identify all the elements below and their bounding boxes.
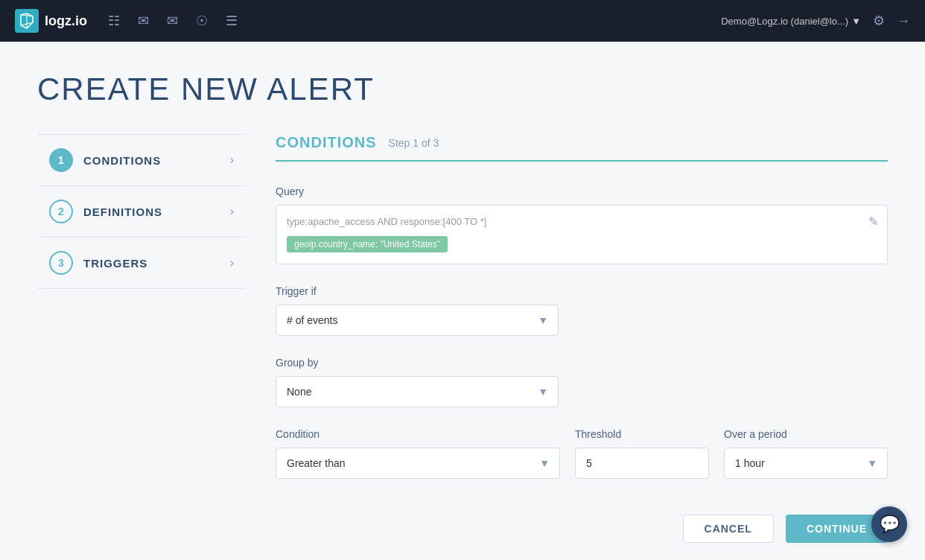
condition-label: Condition xyxy=(276,428,560,440)
step-circle-1: 1 xyxy=(49,148,73,172)
query-box: type:apache_access AND response:[400 TO … xyxy=(276,205,888,264)
step-item-triggers[interactable]: 3 TRIGGERS › xyxy=(37,238,246,289)
period-label: Over a period xyxy=(724,428,888,440)
query-label: Query xyxy=(276,185,888,197)
nav-right: Demo@Logz.io (daniel@lo...) ▼ ⚙ → xyxy=(721,13,910,29)
user-label: Demo@Logz.io (daniel@lo...) xyxy=(721,16,848,27)
period-select[interactable]: 5 minutes 10 minutes 30 minutes 1 hour 2… xyxy=(724,448,888,479)
period-col: Over a period 5 minutes 10 minutes 30 mi… xyxy=(724,428,888,479)
user-chevron-icon: ▼ xyxy=(851,16,861,27)
bottom-row: Condition Greater than Less than Equal t… xyxy=(276,428,888,479)
condition-wrapper: Greater than Less than Equal to Not equa… xyxy=(276,448,560,479)
step-info: Step 1 of 3 xyxy=(389,137,439,149)
group-by-label: Group by xyxy=(276,357,888,369)
nav-left: logz.io ☷ ✉ ✉ ☉ ☰ xyxy=(15,9,238,33)
step-circle-3: 3 xyxy=(49,251,73,275)
period-wrapper: 5 minutes 10 minutes 30 minutes 1 hour 2… xyxy=(724,448,888,479)
cancel-button[interactable]: CANCEL xyxy=(683,515,774,543)
send-icon[interactable]: ✉ xyxy=(138,13,149,29)
step-number-2: 2 xyxy=(58,206,64,217)
query-section: Query type:apache_access AND response:[4… xyxy=(276,185,888,264)
conditions-header: CONDITIONS Step 1 of 3 xyxy=(276,134,888,162)
group-by-wrapper: None type host status ▼ xyxy=(276,376,559,407)
threshold-col: Threshold xyxy=(575,428,709,479)
step-chevron-1-icon: › xyxy=(230,153,234,167)
condition-col: Condition Greater than Less than Equal t… xyxy=(276,428,560,479)
conditions-section-title: CONDITIONS xyxy=(276,134,377,151)
step-left-2: 2 DEFINITIONS xyxy=(49,200,162,223)
alerts-icon[interactable]: ✉ xyxy=(167,13,178,29)
eye-icon[interactable]: ☉ xyxy=(196,13,208,29)
step-label-definitions: DEFINITIONS xyxy=(83,206,162,218)
top-navigation: logz.io ☷ ✉ ✉ ☉ ☰ Demo@Logz.io (daniel@l… xyxy=(0,0,925,42)
settings-icon[interactable]: ⚙ xyxy=(873,13,885,29)
step-item-conditions[interactable]: 1 CONDITIONS › xyxy=(37,134,246,186)
trigger-if-select[interactable]: # of events # of unique values Average M… xyxy=(276,305,559,336)
page-title: CREATE NEW ALERT xyxy=(37,71,888,107)
threshold-label: Threshold xyxy=(575,428,709,440)
trigger-if-wrapper: # of events # of unique values Average M… xyxy=(276,305,559,336)
group-by-section: Group by None type host status ▼ xyxy=(276,357,888,407)
user-menu[interactable]: Demo@Logz.io (daniel@lo...) ▼ xyxy=(721,16,861,27)
trigger-if-section: Trigger if # of events # of unique value… xyxy=(276,285,888,336)
logo-text: logz.io xyxy=(45,13,87,29)
buttons-row: CANCEL CONTINUE xyxy=(276,503,888,543)
step-chevron-2-icon: › xyxy=(230,205,234,218)
step-label-conditions: CONDITIONS xyxy=(83,154,161,167)
condition-select[interactable]: Greater than Less than Equal to Not equa… xyxy=(276,448,560,479)
group-by-select[interactable]: None type host status xyxy=(276,376,559,407)
query-placeholder-text: type:apache_access AND response:[400 TO … xyxy=(287,216,854,227)
trigger-if-label: Trigger if xyxy=(276,285,888,297)
query-tag[interactable]: geoip.country_name: "United States" xyxy=(287,236,448,252)
step-item-definitions[interactable]: 2 DEFINITIONS › xyxy=(37,186,246,238)
chat-icon: 💬 xyxy=(880,515,900,534)
step-left-3: 3 TRIGGERS xyxy=(49,251,147,275)
step-circle-2: 2 xyxy=(49,200,73,223)
steps-sidebar: 1 CONDITIONS › 2 DEFINITIONS › 3 xyxy=(37,134,246,543)
step-label-triggers: TRIGGERS xyxy=(83,257,147,270)
step-chevron-3-icon: › xyxy=(230,256,234,270)
threshold-input[interactable] xyxy=(575,448,709,479)
layers-icon[interactable]: ☰ xyxy=(226,13,238,29)
logo[interactable]: logz.io xyxy=(15,9,87,33)
content-layout: 1 CONDITIONS › 2 DEFINITIONS › 3 xyxy=(37,134,888,543)
chat-bubble[interactable]: 💬 xyxy=(871,506,907,542)
logout-icon[interactable]: → xyxy=(897,13,910,29)
main-container: CREATE NEW ALERT 1 CONDITIONS › 2 DEFINI… xyxy=(0,42,925,560)
query-edit-icon[interactable]: ✎ xyxy=(868,214,878,229)
step-left-1: 1 CONDITIONS xyxy=(49,148,161,172)
dashboard-icon[interactable]: ☷ xyxy=(108,13,120,29)
form-area: CONDITIONS Step 1 of 3 Query type:apache… xyxy=(276,134,888,543)
step-number-3: 3 xyxy=(58,257,64,269)
step-number-1: 1 xyxy=(58,154,64,166)
nav-icons: ☷ ✉ ✉ ☉ ☰ xyxy=(108,13,238,29)
